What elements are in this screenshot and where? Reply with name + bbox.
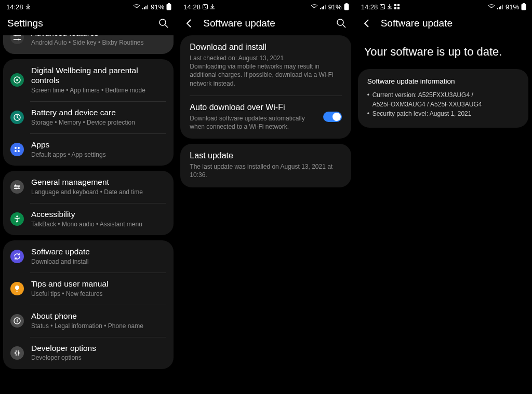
svg-rect-51 <box>523 3 525 4</box>
header: Software update <box>177 12 354 35</box>
svg-rect-32 <box>320 8 321 9</box>
settings-group: General managementLanguage and keyboard … <box>3 171 174 235</box>
info-title: Software update information <box>367 77 519 85</box>
image-icon <box>203 4 208 9</box>
download-icon <box>210 4 215 9</box>
item-sub: Screen time • App timers • Bedtime mode <box>31 87 166 95</box>
item-sub: Default apps • App settings <box>31 151 166 159</box>
apps-icon <box>394 4 400 9</box>
settings-item-battery[interactable]: Battery and device careStorage • Memory … <box>3 101 174 133</box>
settings-item-wellbeing[interactable]: Digital Wellbeing and parental controlsS… <box>3 59 174 101</box>
item-title: Apps <box>31 140 166 150</box>
item-title: About phone <box>31 311 166 321</box>
last-update-card[interactable]: Last update The last update was installe… <box>180 144 351 187</box>
tips-icon <box>10 282 24 295</box>
item-sub: Download and install <box>31 258 166 266</box>
about-icon <box>10 314 24 328</box>
header: Settings <box>0 12 177 35</box>
info-line: Current version: A525FXXU3AUG4 / A525FOX… <box>367 90 519 109</box>
settings-item-update[interactable]: Software updateDownload and install <box>3 240 174 273</box>
item-sub: Developer options <box>31 354 166 362</box>
battery-percent: 91% <box>506 3 519 11</box>
up-to-date-message: Your software is up to date. <box>355 35 531 69</box>
svg-rect-35 <box>325 5 326 9</box>
signal-icon <box>320 4 326 9</box>
settings-item-apps[interactable]: AppsDefault apps • App settings <box>3 133 174 166</box>
settings-item-dev[interactable]: Developer optionsDeveloper options <box>3 337 174 369</box>
settings-list[interactable]: Advanced featuresAndroid Auto • Side key… <box>0 35 177 394</box>
signal-icon <box>497 4 503 9</box>
item-title: Accessibility <box>31 209 166 219</box>
svg-point-15 <box>15 147 17 149</box>
svg-point-6 <box>159 19 166 25</box>
update-options-card: Download and install Last checked on: Au… <box>180 35 351 139</box>
settings-item-accessibility[interactable]: AccessibilityTalkBack • Mono audio • Ass… <box>3 203 174 235</box>
settings-item-tips[interactable]: Tips and user manualUseful tips • New fe… <box>3 273 174 305</box>
svg-rect-11 <box>14 39 21 40</box>
search-icon[interactable] <box>336 18 347 29</box>
settings-item-about[interactable]: About phoneStatus • Legal information • … <box>3 305 174 337</box>
page-title: Software update <box>203 18 327 29</box>
update-info-card: Software update information Current vers… <box>358 69 528 128</box>
svg-rect-3 <box>147 5 148 9</box>
svg-rect-34 <box>323 6 324 9</box>
item-sub: TalkBack • Mono audio • Assistant menu <box>31 221 166 229</box>
svg-rect-2 <box>145 6 147 9</box>
svg-point-31 <box>204 5 205 6</box>
svg-rect-5 <box>168 3 170 4</box>
battery-percent: 91% <box>328 3 342 11</box>
settings-item-adv[interactable]: Advanced featuresAndroid Auto • Side key… <box>3 35 174 54</box>
svg-point-29 <box>17 319 18 320</box>
svg-line-39 <box>343 25 345 28</box>
status-time: 14:28 <box>6 3 23 11</box>
search-icon[interactable] <box>158 18 169 29</box>
battery-icon <box>344 3 349 10</box>
svg-rect-37 <box>345 3 348 4</box>
svg-line-7 <box>165 25 168 28</box>
back-icon[interactable] <box>184 18 195 29</box>
auto-title: Auto download over Wi-Fi <box>190 103 316 112</box>
last-title: Last update <box>190 151 341 160</box>
download-title: Download and install <box>190 43 341 52</box>
settings-group: Advanced featuresAndroid Auto • Side key… <box>3 35 174 54</box>
svg-rect-49 <box>502 5 503 9</box>
svg-point-13 <box>16 79 18 81</box>
svg-rect-46 <box>497 8 498 9</box>
auto-download-toggle[interactable] <box>323 112 342 122</box>
svg-point-24 <box>16 187 17 189</box>
auto-download-row[interactable]: Auto download over Wi-Fi Download softwa… <box>180 96 351 139</box>
svg-rect-4 <box>167 4 171 10</box>
svg-rect-36 <box>344 4 349 10</box>
battery-percent: 91% <box>151 3 164 11</box>
header: Software update <box>355 12 531 35</box>
settings-group: Software updateDownload and installTips … <box>3 240 174 369</box>
item-title: Software update <box>31 247 166 256</box>
back-icon[interactable] <box>362 18 373 29</box>
svg-rect-48 <box>500 6 501 9</box>
status-time: 14:28 <box>183 3 201 11</box>
svg-rect-45 <box>397 7 400 9</box>
battery-icon <box>166 3 171 10</box>
svg-point-41 <box>381 5 382 6</box>
battery-icon <box>521 3 526 10</box>
svg-rect-43 <box>397 4 400 6</box>
svg-point-17 <box>15 150 17 152</box>
last-sub: The last update was installed on August … <box>190 162 341 179</box>
item-title: Battery and device care <box>31 107 166 117</box>
download-install-row[interactable]: Download and install Last checked on: Au… <box>180 35 351 96</box>
software-update-screen: 14:28 91% Software update Download and i… <box>177 0 354 394</box>
dev-icon <box>10 346 24 360</box>
apps-icon <box>10 143 24 156</box>
status-bar: 14:28 91% <box>0 0 177 12</box>
settings-screen: 14:28 91% Settings Advanced featuresAndr… <box>0 0 177 394</box>
signal-icon <box>142 4 149 9</box>
svg-point-16 <box>18 147 20 149</box>
download-sub: Last checked on: August 13, 2021 Downloa… <box>190 54 341 88</box>
status-time: 14:28 <box>361 3 378 11</box>
settings-item-general[interactable]: General managementLanguage and keyboard … <box>3 171 174 203</box>
svg-rect-47 <box>499 7 500 9</box>
svg-rect-33 <box>322 7 323 9</box>
svg-rect-1 <box>144 7 145 9</box>
item-sub: Useful tips • New features <box>31 290 166 298</box>
wifi-icon <box>311 4 318 9</box>
